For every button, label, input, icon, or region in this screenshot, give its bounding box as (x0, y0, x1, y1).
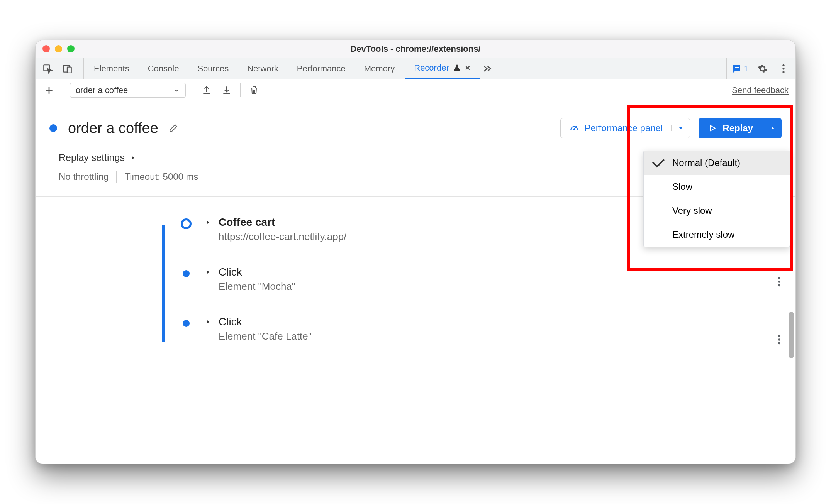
replay-speed-option[interactable]: Slow (644, 175, 790, 199)
flask-icon (453, 64, 461, 72)
chevron-down-icon (173, 87, 180, 94)
step-item: Click Element "Cafe Latte" (162, 316, 772, 342)
recorder-toolbar: order a coffee Send feedback (36, 79, 795, 101)
divider (116, 171, 117, 183)
delete-icon[interactable] (248, 84, 261, 97)
expand-step-icon[interactable] (205, 218, 211, 228)
maximize-window-button[interactable] (67, 45, 75, 52)
step-title: Click (219, 316, 312, 328)
tab-network[interactable]: Network (238, 58, 288, 79)
tab-performance[interactable]: Performance (288, 58, 355, 79)
tab-recorder-label: Recorder (414, 63, 449, 73)
svg-point-5 (782, 68, 784, 69)
expand-step-icon[interactable] (205, 268, 211, 277)
replay-speed-option[interactable]: Very slow (644, 199, 790, 223)
chevron-right-icon (130, 154, 136, 161)
performance-panel-dropdown[interactable] (671, 125, 690, 131)
performance-panel-label: Performance panel (585, 123, 663, 134)
issues-badge[interactable]: 1 (732, 64, 748, 74)
svg-point-14 (778, 335, 780, 337)
import-icon[interactable] (220, 84, 233, 97)
devtools-window: DevTools - chrome://extensions/ Elements… (35, 40, 796, 464)
svg-point-12 (778, 281, 780, 283)
step-subtitle: Element "Mocha" (219, 281, 295, 293)
step-marker (181, 318, 192, 329)
recording-selector-value: order a coffee (76, 85, 128, 95)
close-window-button[interactable] (42, 45, 50, 52)
svg-point-4 (782, 64, 784, 66)
replay-speed-option[interactable]: Extremely slow (644, 223, 790, 247)
step-item: Click Element "Mocha" (162, 266, 772, 293)
tab-console[interactable]: Console (139, 58, 188, 79)
devtools-tabstrip: ElementsConsoleSourcesNetworkPerformance… (36, 58, 795, 79)
svg-point-6 (782, 71, 784, 73)
replay-settings-label: Replay settings (59, 152, 125, 163)
timeout-value: Timeout: 5000 ms (124, 171, 198, 182)
tab-elements[interactable]: Elements (85, 58, 139, 79)
recording-title: order a coffee (68, 120, 158, 137)
svg-point-15 (778, 338, 780, 341)
performance-panel-button[interactable]: Performance panel (560, 118, 690, 138)
issues-count: 1 (744, 64, 748, 74)
throttling-value: No throttling (59, 171, 109, 182)
replay-speed-option[interactable]: Normal (Default) (644, 151, 790, 175)
svg-point-11 (778, 277, 780, 279)
inspect-element-icon[interactable] (41, 62, 54, 75)
new-recording-icon[interactable] (42, 84, 56, 97)
device-toolbar-icon[interactable] (61, 62, 74, 75)
replay-speed-dropdown[interactable] (763, 125, 782, 131)
tab-sources[interactable]: Sources (188, 58, 238, 79)
replay-button[interactable]: Replay (699, 118, 782, 138)
recording-status-dot (49, 124, 57, 132)
minimize-window-button[interactable] (55, 45, 62, 52)
recorder-main: order a coffee Performance panel Replay (36, 101, 795, 464)
step-marker (181, 218, 192, 229)
window-title: DevTools - chrome://extensions/ (36, 44, 795, 54)
svg-rect-2 (67, 67, 71, 73)
svg-point-16 (778, 342, 780, 345)
step-subtitle: Element "Cafe Latte" (219, 330, 312, 342)
gauge-icon (569, 123, 579, 133)
edit-title-icon[interactable] (167, 122, 180, 135)
expand-step-icon[interactable] (205, 318, 211, 327)
step-title: Click (219, 266, 295, 278)
step-more-icon[interactable] (778, 334, 781, 347)
settings-icon[interactable] (756, 62, 769, 75)
more-tabs-icon[interactable] (481, 62, 494, 75)
tab-memory[interactable]: Memory (355, 58, 404, 79)
svg-point-13 (778, 284, 780, 287)
more-options-icon[interactable] (777, 62, 790, 75)
send-feedback-link[interactable]: Send feedback (732, 85, 789, 95)
step-marker (181, 268, 192, 279)
svg-rect-3 (735, 67, 739, 68)
step-subtitle: https://coffee-cart.netlify.app/ (219, 231, 346, 243)
titlebar: DevTools - chrome://extensions/ (36, 40, 795, 58)
svg-point-7 (573, 129, 575, 130)
chat-icon (732, 64, 741, 73)
recording-header: order a coffee Performance panel Replay (36, 101, 795, 152)
replay-button-label: Replay (722, 123, 753, 134)
replay-speed-menu: Normal (Default)SlowVery slowExtremely s… (643, 151, 790, 247)
window-controls (42, 45, 75, 52)
export-icon[interactable] (200, 84, 213, 97)
scrollbar[interactable] (789, 312, 794, 358)
close-tab-icon[interactable] (465, 65, 471, 71)
step-more-icon[interactable] (778, 276, 781, 289)
recording-selector[interactable]: order a coffee (70, 83, 186, 98)
play-icon (709, 124, 716, 132)
step-title: Coffee cart (219, 216, 346, 228)
tab-recorder[interactable]: Recorder (405, 58, 480, 79)
